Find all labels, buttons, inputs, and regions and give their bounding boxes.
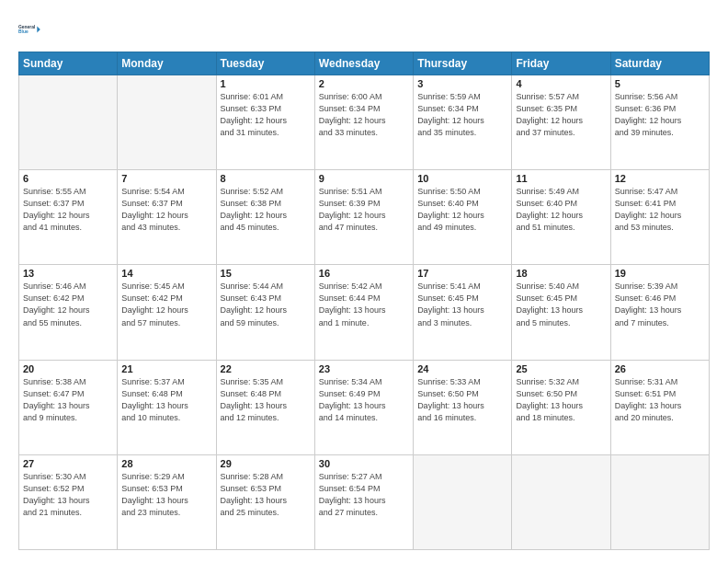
calendar-cell — [610, 454, 709, 549]
calendar-cell: 26Sunrise: 5:31 AM Sunset: 6:51 PM Dayli… — [610, 360, 709, 454]
logo-icon: GeneralBlue — [18, 17, 44, 42]
day-info: Sunrise: 5:31 AM Sunset: 6:51 PM Dayligh… — [615, 376, 705, 424]
day-number: 20 — [23, 363, 113, 374]
day-info: Sunrise: 5:33 AM Sunset: 6:50 PM Dayligh… — [417, 376, 507, 424]
day-info: Sunrise: 5:44 AM Sunset: 6:43 PM Dayligh… — [221, 281, 311, 328]
calendar-cell — [512, 454, 610, 549]
day-number: 19 — [615, 268, 705, 279]
calendar-cell: 16Sunrise: 5:42 AM Sunset: 6:44 PM Dayli… — [314, 265, 413, 360]
day-number: 1 — [221, 78, 311, 89]
calendar-cell: 14Sunrise: 5:45 AM Sunset: 6:42 PM Dayli… — [118, 265, 216, 360]
calendar-cell: 15Sunrise: 5:44 AM Sunset: 6:43 PM Dayli… — [216, 265, 314, 360]
calendar-cell: 9Sunrise: 5:51 AM Sunset: 6:39 PM Daylig… — [314, 170, 413, 265]
calendar-cell: 25Sunrise: 5:32 AM Sunset: 6:50 PM Dayli… — [512, 360, 610, 454]
calendar-header-monday: Monday — [118, 52, 216, 75]
day-info: Sunrise: 5:37 AM Sunset: 6:48 PM Dayligh… — [121, 376, 211, 424]
logo: GeneralBlue — [18, 17, 44, 42]
day-info: Sunrise: 5:28 AM Sunset: 6:53 PM Dayligh… — [221, 471, 311, 519]
day-number: 22 — [221, 363, 311, 374]
day-number: 7 — [121, 173, 211, 184]
svg-text:Blue: Blue — [18, 29, 28, 34]
day-info: Sunrise: 5:32 AM Sunset: 6:50 PM Dayligh… — [516, 376, 606, 424]
svg-text:General: General — [18, 25, 36, 29]
day-number: 29 — [221, 458, 311, 469]
calendar-header-thursday: Thursday — [414, 52, 512, 75]
day-info: Sunrise: 5:59 AM Sunset: 6:34 PM Dayligh… — [417, 91, 507, 139]
calendar-header-saturday: Saturday — [610, 52, 709, 75]
calendar-row-4: 27Sunrise: 5:30 AM Sunset: 6:52 PM Dayli… — [19, 454, 710, 549]
day-number: 5 — [615, 78, 705, 89]
day-number: 2 — [319, 78, 409, 89]
day-number: 28 — [121, 458, 211, 469]
day-info: Sunrise: 5:39 AM Sunset: 6:46 PM Dayligh… — [615, 281, 705, 328]
day-info: Sunrise: 5:49 AM Sunset: 6:40 PM Dayligh… — [516, 186, 606, 234]
day-number: 14 — [121, 268, 211, 279]
page: GeneralBlue SundayMondayTuesdayWednesday… — [0, 0, 728, 563]
day-info: Sunrise: 5:52 AM Sunset: 6:38 PM Dayligh… — [221, 186, 311, 234]
calendar-cell — [118, 75, 216, 170]
day-number: 4 — [516, 78, 606, 89]
day-number: 23 — [319, 363, 409, 374]
calendar-row-3: 20Sunrise: 5:38 AM Sunset: 6:47 PM Dayli… — [19, 360, 710, 454]
calendar-cell: 2Sunrise: 6:00 AM Sunset: 6:34 PM Daylig… — [314, 75, 413, 170]
calendar-header-wednesday: Wednesday — [314, 52, 413, 75]
day-info: Sunrise: 5:29 AM Sunset: 6:53 PM Dayligh… — [121, 471, 211, 519]
day-info: Sunrise: 5:34 AM Sunset: 6:49 PM Dayligh… — [319, 376, 409, 424]
calendar-header-row: SundayMondayTuesdayWednesdayThursdayFrid… — [19, 52, 710, 75]
calendar-cell: 30Sunrise: 5:27 AM Sunset: 6:54 PM Dayli… — [314, 454, 413, 549]
day-info: Sunrise: 6:01 AM Sunset: 6:33 PM Dayligh… — [221, 91, 311, 139]
day-number: 18 — [516, 268, 606, 279]
calendar-cell: 13Sunrise: 5:46 AM Sunset: 6:42 PM Dayli… — [19, 265, 118, 360]
day-info: Sunrise: 5:38 AM Sunset: 6:47 PM Dayligh… — [23, 376, 113, 424]
calendar-header-sunday: Sunday — [19, 52, 118, 75]
day-info: Sunrise: 5:56 AM Sunset: 6:36 PM Dayligh… — [615, 91, 705, 139]
day-number: 15 — [221, 268, 311, 279]
day-number: 11 — [516, 173, 606, 184]
day-number: 30 — [319, 458, 409, 469]
day-number: 16 — [319, 268, 409, 279]
calendar-cell: 6Sunrise: 5:55 AM Sunset: 6:37 PM Daylig… — [19, 170, 118, 265]
calendar-cell: 5Sunrise: 5:56 AM Sunset: 6:36 PM Daylig… — [610, 75, 709, 170]
day-info: Sunrise: 5:40 AM Sunset: 6:45 PM Dayligh… — [516, 281, 606, 328]
calendar-cell — [414, 454, 512, 549]
day-info: Sunrise: 5:45 AM Sunset: 6:42 PM Dayligh… — [121, 281, 211, 328]
day-number: 6 — [23, 173, 113, 184]
day-info: Sunrise: 5:35 AM Sunset: 6:48 PM Dayligh… — [221, 376, 311, 424]
day-number: 27 — [23, 458, 113, 469]
calendar-cell: 27Sunrise: 5:30 AM Sunset: 6:52 PM Dayli… — [19, 454, 118, 549]
day-number: 24 — [417, 363, 507, 374]
day-number: 21 — [121, 363, 211, 374]
calendar-table: SundayMondayTuesdayWednesdayThursdayFrid… — [18, 52, 710, 550]
calendar-header-friday: Friday — [512, 52, 610, 75]
calendar-row-2: 13Sunrise: 5:46 AM Sunset: 6:42 PM Dayli… — [19, 265, 710, 360]
day-number: 26 — [615, 363, 705, 374]
header: GeneralBlue — [18, 17, 710, 42]
calendar-cell: 8Sunrise: 5:52 AM Sunset: 6:38 PM Daylig… — [216, 170, 314, 265]
day-number: 8 — [221, 173, 311, 184]
day-number: 10 — [417, 173, 507, 184]
calendar-cell: 23Sunrise: 5:34 AM Sunset: 6:49 PM Dayli… — [314, 360, 413, 454]
calendar-cell: 17Sunrise: 5:41 AM Sunset: 6:45 PM Dayli… — [414, 265, 512, 360]
day-number: 17 — [417, 268, 507, 279]
calendar-cell: 21Sunrise: 5:37 AM Sunset: 6:48 PM Dayli… — [118, 360, 216, 454]
day-info: Sunrise: 5:41 AM Sunset: 6:45 PM Dayligh… — [417, 281, 507, 328]
day-number: 3 — [417, 78, 507, 89]
day-info: Sunrise: 5:57 AM Sunset: 6:35 PM Dayligh… — [516, 91, 606, 139]
calendar-header-tuesday: Tuesday — [216, 52, 314, 75]
day-number: 9 — [319, 173, 409, 184]
calendar-cell: 3Sunrise: 5:59 AM Sunset: 6:34 PM Daylig… — [414, 75, 512, 170]
day-info: Sunrise: 5:30 AM Sunset: 6:52 PM Dayligh… — [23, 471, 113, 519]
day-info: Sunrise: 5:42 AM Sunset: 6:44 PM Dayligh… — [319, 281, 409, 328]
calendar-row-1: 6Sunrise: 5:55 AM Sunset: 6:37 PM Daylig… — [19, 170, 710, 265]
calendar-cell: 4Sunrise: 5:57 AM Sunset: 6:35 PM Daylig… — [512, 75, 610, 170]
calendar-cell: 29Sunrise: 5:28 AM Sunset: 6:53 PM Dayli… — [216, 454, 314, 549]
calendar-cell: 10Sunrise: 5:50 AM Sunset: 6:40 PM Dayli… — [414, 170, 512, 265]
day-number: 12 — [615, 173, 705, 184]
calendar-cell: 20Sunrise: 5:38 AM Sunset: 6:47 PM Dayli… — [19, 360, 118, 454]
calendar-cell: 19Sunrise: 5:39 AM Sunset: 6:46 PM Dayli… — [610, 265, 709, 360]
calendar-cell: 11Sunrise: 5:49 AM Sunset: 6:40 PM Dayli… — [512, 170, 610, 265]
day-info: Sunrise: 5:50 AM Sunset: 6:40 PM Dayligh… — [417, 186, 507, 234]
calendar-cell — [19, 75, 118, 170]
calendar-cell: 18Sunrise: 5:40 AM Sunset: 6:45 PM Dayli… — [512, 265, 610, 360]
svg-marker-2 — [37, 27, 40, 33]
